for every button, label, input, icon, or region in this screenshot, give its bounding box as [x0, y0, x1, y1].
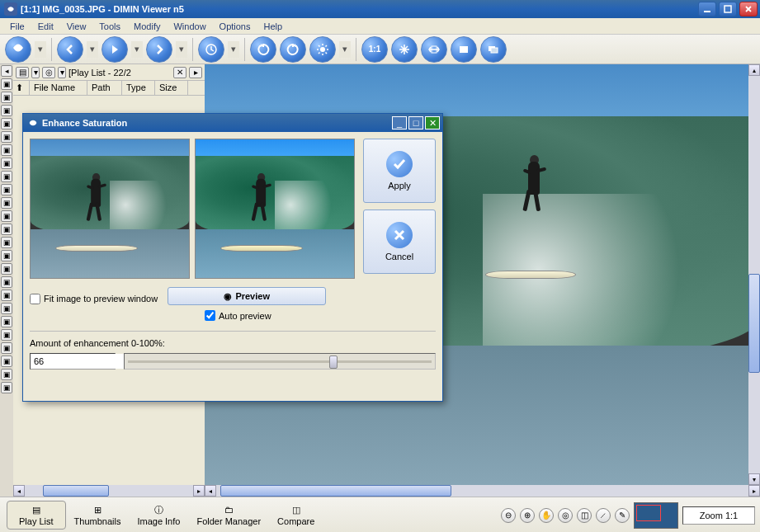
navigator-thumbnail[interactable]: [634, 502, 678, 529]
gutter-item[interactable]: ▣: [1, 369, 12, 380]
crop-icon[interactable]: ◫: [577, 508, 592, 523]
gutter-item[interactable]: ▣: [1, 276, 12, 288]
bottom-playlist-button[interactable]: ▤ Play List: [7, 501, 66, 530]
gutter-item[interactable]: ▣: [1, 144, 12, 156]
tool-fitwidth-icon[interactable]: [421, 36, 447, 63]
dialog-titlebar[interactable]: Enhance Saturation _ □ ✕: [23, 114, 442, 132]
dialog-close-icon[interactable]: ✕: [425, 116, 440, 129]
scroll-left-icon[interactable]: ◂: [13, 485, 25, 497]
menu-edit[interactable]: Edit: [31, 20, 60, 33]
nav-play-dd[interactable]: ▾: [131, 41, 143, 58]
col-type[interactable]: Type: [122, 81, 155, 95]
nav-play-icon[interactable]: [101, 36, 128, 63]
gutter-item[interactable]: ▣: [1, 184, 12, 195]
tool-rotate-left-icon[interactable]: [250, 36, 276, 63]
menu-modify[interactable]: Modify: [127, 20, 167, 33]
menu-file[interactable]: File: [3, 20, 31, 33]
tool-zoom11-icon[interactable]: 1:1: [361, 36, 388, 63]
zoom-out-icon[interactable]: ⊖: [501, 508, 516, 523]
col-filename[interactable]: File Name: [30, 81, 87, 95]
scroll-right-icon[interactable]: ▸: [748, 485, 760, 497]
gutter-item[interactable]: ▣: [1, 290, 12, 301]
zoom-in-icon[interactable]: ⊕: [520, 508, 535, 523]
menu-help[interactable]: Help: [257, 20, 290, 33]
playlist-right-icon[interactable]: ▸: [189, 67, 202, 78]
fit-check[interactable]: [30, 294, 40, 304]
menu-options[interactable]: Options: [213, 20, 257, 33]
close-button[interactable]: [739, 2, 758, 16]
zoom-display[interactable]: Zoom 1:1: [682, 506, 755, 525]
scroll-right-icon[interactable]: ▸: [193, 485, 205, 497]
playlist-hscroll[interactable]: ◂ ▸: [13, 485, 205, 497]
tool-clock-icon[interactable]: [198, 36, 224, 63]
bottom-thumbnails-button[interactable]: ⊞ Thumbnails: [66, 502, 130, 528]
gutter-item[interactable]: ▣: [1, 250, 12, 261]
preview-button[interactable]: ◉ Preview: [168, 287, 326, 305]
gutter-item[interactable]: ▣: [1, 303, 12, 314]
gutter-item[interactable]: ▣: [1, 158, 12, 169]
playlist-menu-icon[interactable]: ▤: [16, 67, 29, 78]
bottom-compare-button[interactable]: ◫ Compare: [269, 502, 323, 528]
menu-view[interactable]: View: [60, 20, 93, 33]
minimize-button[interactable]: [698, 2, 716, 16]
cancel-button[interactable]: Cancel: [363, 210, 436, 274]
scroll-left-icon[interactable]: ◂: [205, 485, 216, 497]
nav-fwd-icon[interactable]: [146, 36, 172, 63]
auto-checkbox[interactable]: Auto preview: [205, 310, 436, 321]
nav-back-icon[interactable]: [57, 36, 83, 63]
ruler-icon[interactable]: ⟋: [596, 508, 611, 523]
gutter-item[interactable]: ▣: [1, 382, 12, 393]
gutter-item[interactable]: ▣: [1, 171, 12, 182]
viewer-hscroll[interactable]: ◂ ▸: [205, 485, 760, 497]
hand-icon[interactable]: ✋: [539, 508, 554, 523]
gutter-item[interactable]: ▣: [1, 118, 12, 129]
apply-button[interactable]: Apply: [363, 139, 436, 203]
gutter-item[interactable]: ▣: [1, 237, 12, 248]
bottom-folder-button[interactable]: 🗀 Folder Manager: [188, 502, 269, 528]
auto-check[interactable]: [205, 310, 215, 321]
gutter-item[interactable]: ▣: [1, 92, 12, 103]
viewer-vscroll[interactable]: ▴ ▾: [748, 64, 760, 485]
tool-fit-icon[interactable]: [391, 36, 418, 63]
gutter-item[interactable]: ▣: [1, 342, 12, 354]
menu-tools[interactable]: Tools: [92, 20, 127, 33]
gutter-item[interactable]: ▣: [1, 197, 12, 209]
gutter-item[interactable]: ▣: [1, 105, 12, 116]
tool-slideshow-icon[interactable]: [480, 36, 507, 63]
amount-slider[interactable]: [124, 353, 436, 370]
dialog-maximize-icon[interactable]: □: [408, 116, 423, 129]
col-size[interactable]: Size: [155, 81, 188, 95]
bottom-imageinfo-button[interactable]: ⓘ Image Info: [129, 502, 188, 528]
gutter-item[interactable]: ▣: [1, 263, 12, 275]
target-icon[interactable]: ◎: [558, 508, 573, 523]
scroll-up-icon[interactable]: ▴: [748, 64, 760, 76]
tool-fullscreen-icon[interactable]: [451, 36, 477, 63]
menu-window[interactable]: Window: [167, 20, 212, 33]
gutter-item[interactable]: ▣: [1, 210, 12, 222]
gutter-item[interactable]: ▣: [1, 131, 12, 143]
nav-back-dd[interactable]: ▾: [87, 41, 98, 58]
picker-icon[interactable]: ✎: [615, 508, 630, 523]
gutter-item[interactable]: ▣: [1, 224, 12, 235]
playlist-dd2-icon[interactable]: ▾: [58, 67, 66, 78]
tool-clock-dd[interactable]: ▾: [228, 41, 239, 58]
nav-fwd-dd[interactable]: ▾: [176, 41, 187, 58]
col-arrow[interactable]: ⬆: [13, 81, 30, 95]
col-path[interactable]: Path: [87, 81, 122, 95]
scroll-down-icon[interactable]: ▾: [748, 473, 760, 485]
tool-open-icon[interactable]: [5, 36, 31, 63]
gutter-item[interactable]: ▣: [1, 355, 12, 367]
dialog-minimize-icon[interactable]: _: [392, 116, 407, 129]
gutter-item[interactable]: ▣: [1, 316, 12, 327]
gutter-collapse-icon[interactable]: ◂: [1, 65, 12, 77]
tool-dropdown-icon[interactable]: ▾: [35, 41, 46, 58]
fit-checkbox[interactable]: Fit image to preview window: [30, 294, 158, 304]
playlist-close-icon[interactable]: ✕: [173, 67, 186, 78]
gutter-item[interactable]: ▣: [1, 329, 12, 341]
playlist-target-icon[interactable]: ◎: [42, 67, 55, 78]
tool-rotate-right-icon[interactable]: [280, 36, 306, 63]
maximize-button[interactable]: [719, 2, 737, 16]
gutter-item[interactable]: ▣: [1, 78, 12, 90]
tool-enhance-icon[interactable]: [309, 36, 336, 63]
slider-thumb[interactable]: [329, 355, 338, 369]
